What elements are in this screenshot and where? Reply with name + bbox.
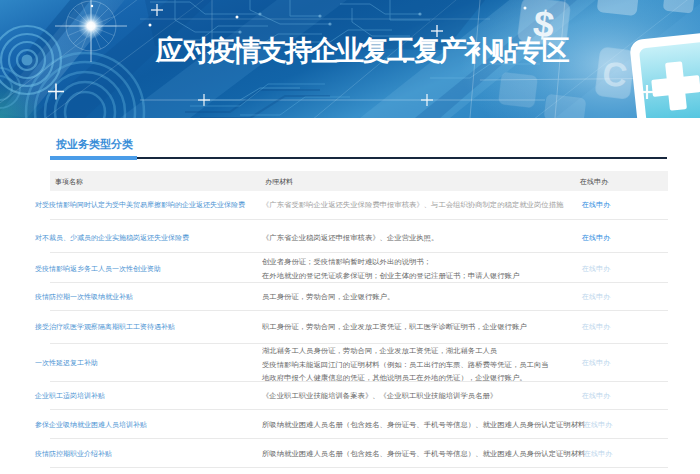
svg-text:C: C (600, 54, 629, 95)
